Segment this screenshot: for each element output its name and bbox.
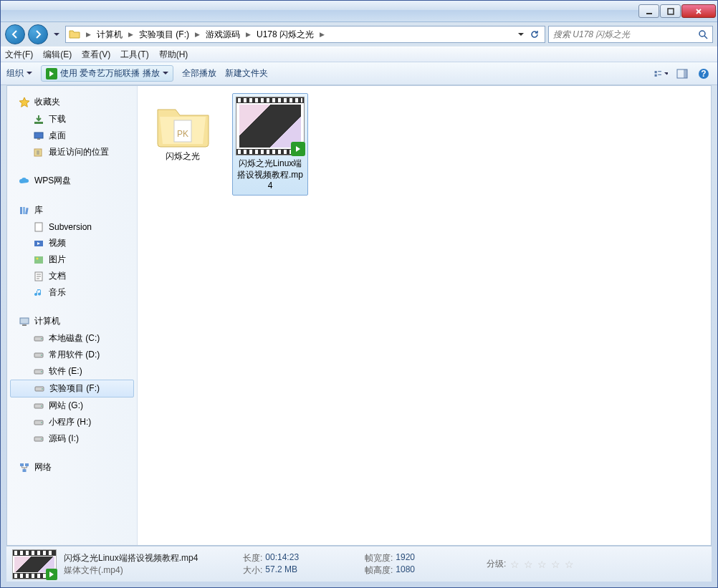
file-pane[interactable]: PK 闪烁之光 闪烁之光Linux端搭设视频教程.mp4 <box>138 86 711 545</box>
new-folder-button[interactable]: 新建文件夹 <box>225 67 268 79</box>
video-file-label: 闪烁之光Linux端搭设视频教程.mp4 <box>236 158 305 192</box>
organize-button[interactable]: 组织 <box>6 67 32 79</box>
star-icon[interactable]: ☆ <box>524 559 533 570</box>
help-button[interactable]: ? <box>696 66 712 82</box>
play-all-button[interactable]: 全部播放 <box>182 67 216 79</box>
view-options-button[interactable] <box>653 66 669 82</box>
chevron-right-icon: ▶ <box>315 31 329 38</box>
sidebar-item-downloads[interactable]: 下载 <box>7 111 137 127</box>
forward-button[interactable] <box>28 24 48 44</box>
sidebar-item-drive-i[interactable]: 源码 (I:) <box>7 430 137 447</box>
breadcrumb[interactable]: ▶ 计算机 ▶ 实验项目 (F:) ▶ 游戏源码 ▶ U178 闪烁之光 ▶ <box>65 26 545 43</box>
sidebar-item-music[interactable]: 音乐 <box>7 284 137 301</box>
menu-file[interactable]: 文件(F) <box>5 49 33 61</box>
menu-help[interactable]: 帮助(H) <box>159 49 188 61</box>
sidebar-item-drive-c[interactable]: 本地磁盘 (C:) <box>7 330 137 347</box>
sidebar-item-drive-h[interactable]: 小程序 (H:) <box>7 414 137 430</box>
sidebar-item-desktop[interactable]: 桌面 <box>7 127 137 144</box>
status-duration: 00:14:23 <box>265 552 299 564</box>
content-area: 收藏夹 下载 桌面 最近访问的位置 WPS网盘 库 Subversion 视频 <box>6 85 712 546</box>
svg-point-2 <box>699 31 705 37</box>
svg-rect-15 <box>20 207 22 214</box>
status-filename: 闪烁之光Linux端搭设视频教程.mp4 <box>64 552 214 564</box>
close-button[interactable] <box>681 4 716 18</box>
svg-rect-13 <box>37 138 40 140</box>
preview-pane-button[interactable] <box>674 66 690 82</box>
star-icon[interactable]: ☆ <box>537 559 547 570</box>
svg-rect-20 <box>34 256 43 264</box>
sidebar-favorites[interactable]: 收藏夹 <box>7 95 137 111</box>
svg-rect-4 <box>658 71 661 72</box>
breadcrumb-item[interactable]: U178 闪烁之光 <box>255 29 315 41</box>
back-button[interactable] <box>5 24 25 44</box>
history-dropdown[interactable] <box>51 27 62 42</box>
desktop-icon <box>33 130 44 142</box>
svg-rect-39 <box>20 463 24 466</box>
drive-icon <box>33 433 44 445</box>
svg-rect-11 <box>34 122 43 124</box>
svg-point-34 <box>41 405 42 407</box>
play-badge-icon <box>46 569 57 580</box>
sidebar: 收藏夹 下载 桌面 最近访问的位置 WPS网盘 库 Subversion 视频 <box>7 86 138 545</box>
sidebar-libraries[interactable]: 库 <box>7 203 137 219</box>
svg-point-32 <box>42 388 43 390</box>
sidebar-item-drive-g[interactable]: 网站 (G:) <box>7 397 137 414</box>
search-icon <box>698 29 708 39</box>
minimize-button[interactable] <box>638 4 659 18</box>
maximize-button[interactable] <box>660 4 681 18</box>
star-icon[interactable]: ☆ <box>551 559 560 570</box>
refresh-button[interactable] <box>529 27 540 42</box>
breadcrumb-item[interactable]: 计算机 <box>95 29 124 41</box>
video-file-item[interactable]: 闪烁之光Linux端搭设视频教程.mp4 <box>232 93 308 196</box>
sidebar-item-recent[interactable]: 最近访问的位置 <box>7 144 137 160</box>
folder-icon: PK <box>154 102 211 148</box>
sidebar-network[interactable]: 网络 <box>7 460 137 476</box>
star-icon[interactable]: ☆ <box>565 559 574 570</box>
sidebar-item-drive-d[interactable]: 常用软件 (D:) <box>7 347 137 363</box>
breadcrumb-item[interactable]: 实验项目 (F:) <box>138 29 191 41</box>
sidebar-wps[interactable]: WPS网盘 <box>7 173 137 190</box>
play-with-button[interactable]: 使用 爱奇艺万能联播 播放 <box>41 65 173 82</box>
chevron-right-icon: ▶ <box>191 31 204 38</box>
breadcrumb-item[interactable]: 游戏源码 <box>204 29 241 41</box>
folder-item[interactable]: PK 闪烁之光 <box>145 93 221 166</box>
svg-rect-1 <box>668 9 674 14</box>
breadcrumb-dropdown[interactable] <box>515 27 527 42</box>
sidebar-item-documents[interactable]: 文档 <box>7 268 137 284</box>
star-icon <box>19 97 30 108</box>
svg-rect-8 <box>684 69 687 78</box>
recent-icon <box>33 147 44 158</box>
network-icon <box>19 462 30 473</box>
svg-text:PK: PK <box>177 129 188 139</box>
svg-point-30 <box>41 371 42 372</box>
status-thumbnail <box>12 549 57 579</box>
music-icon <box>33 287 44 299</box>
status-rating[interactable]: 分级: ☆☆☆☆☆ <box>487 552 574 577</box>
svg-rect-18 <box>35 223 42 231</box>
menu-edit[interactable]: 编辑(E) <box>43 49 72 61</box>
toolbar: 组织 使用 爱奇艺万能联播 播放 全部播放 新建文件夹 ? <box>1 62 717 85</box>
sidebar-item-subversion[interactable]: Subversion <box>7 219 137 235</box>
navbar: ▶ 计算机 ▶ 实验项目 (F:) ▶ 游戏源码 ▶ U178 闪烁之光 ▶ <box>1 22 717 47</box>
folder-icon <box>67 27 82 42</box>
star-icon[interactable]: ☆ <box>510 559 520 570</box>
statusbar: 闪烁之光Linux端搭设视频教程.mp4 媒体文件(.mp4) 长度:00:14… <box>6 546 712 582</box>
chevron-right-icon: ▶ <box>241 31 255 38</box>
search-input[interactable] <box>553 29 698 39</box>
cloud-icon <box>19 175 30 187</box>
sidebar-item-pictures[interactable]: 图片 <box>7 251 137 268</box>
picture-icon <box>33 254 44 266</box>
menu-view[interactable]: 查看(V) <box>82 49 110 61</box>
menu-tools[interactable]: 工具(T) <box>120 49 148 61</box>
sidebar-computer[interactable]: 计算机 <box>7 314 137 330</box>
sidebar-item-videos[interactable]: 视频 <box>7 235 137 251</box>
video-icon <box>33 238 44 249</box>
svg-rect-23 <box>20 318 29 324</box>
svg-text:?: ? <box>701 69 706 79</box>
sidebar-item-drive-f[interactable]: 实验项目 (F:) <box>10 380 134 397</box>
svg-rect-24 <box>22 324 27 326</box>
play-icon <box>46 68 57 79</box>
sidebar-item-drive-e[interactable]: 软件 (E:) <box>7 363 137 380</box>
search-box[interactable] <box>548 26 713 43</box>
svg-rect-40 <box>25 463 29 466</box>
